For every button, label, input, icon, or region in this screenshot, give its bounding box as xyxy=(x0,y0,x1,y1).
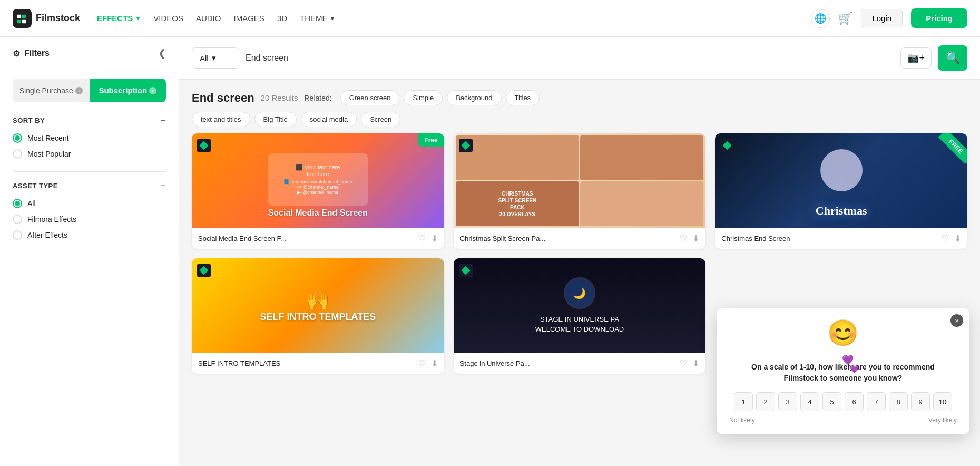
card-5[interactable]: 🌙 STAGE IN UNIVERSE PAWELCOME TO DOWNLOA… xyxy=(454,258,706,374)
card-4[interactable]: 🙌 SELF INTRO TEMPLATES SELF INTRO TEMPLA… xyxy=(192,258,444,374)
card-5-like-button[interactable]: ♡ xyxy=(680,358,687,368)
subscription-tab[interactable]: Subscription i xyxy=(90,79,166,102)
nav-effects[interactable]: EFFECTS ▼ xyxy=(97,14,141,23)
scale-4[interactable]: 4 xyxy=(800,392,819,411)
tag-social-media[interactable]: social media xyxy=(301,112,357,127)
search-submit-button[interactable]: 🔍 xyxy=(938,45,967,71)
card-2[interactable]: CHRISTMASSPLIT SCREENPACK20 OVERLAYS Chr… xyxy=(454,133,706,249)
survey-labels: Not likely Very likely xyxy=(729,416,957,424)
related-tags-row2: text and titles Big Title social media S… xyxy=(192,112,967,127)
card-4-actions: ♡ ⬇ xyxy=(418,358,438,368)
survey-popup: × 😊 💜 💜 On a scale of 1-10, how likely a… xyxy=(717,308,969,434)
tag-simple[interactable]: Simple xyxy=(404,90,443,105)
pricing-button[interactable]: Pricing xyxy=(911,8,967,28)
search-bar-area: All ▾ 📷+ 🔍 xyxy=(179,37,980,80)
nav-audio[interactable]: AUDIO xyxy=(196,14,221,23)
card-5-thumb-text: STAGE IN UNIVERSE PAWELCOME TO DOWNLOAD xyxy=(535,314,624,335)
card-3-info: Christmas End Screen ♡ ⬇ xyxy=(715,228,967,249)
card-3-actions: ♡ ⬇ xyxy=(942,234,961,244)
svg-rect-2 xyxy=(17,19,21,23)
card-3-download-button[interactable]: ⬇ xyxy=(954,234,961,244)
survey-close-button[interactable]: × xyxy=(950,314,963,327)
scale-6[interactable]: 6 xyxy=(845,392,864,411)
very-likely-label: Very likely xyxy=(928,416,957,424)
subscription-info-icon[interactable]: i xyxy=(149,87,156,94)
card-2-like-button[interactable]: ♡ xyxy=(680,234,687,244)
logo-text: Filmstock xyxy=(36,13,80,24)
most-recent-option[interactable]: Most Recent xyxy=(13,133,166,143)
card-2-download-button[interactable]: ⬇ xyxy=(692,234,699,244)
search-input-wrap xyxy=(246,53,894,63)
collapse-sidebar-button[interactable]: ❮ xyxy=(158,47,166,59)
nav-3d[interactable]: 3D xyxy=(277,14,287,23)
nav-images[interactable]: IMAGES xyxy=(233,14,264,23)
asset-type-collapse-icon[interactable]: − xyxy=(160,180,166,191)
card-4-thumbnail: 🙌 SELF INTRO TEMPLATES xyxy=(192,258,444,353)
sort-by-section-title: SORT BY − xyxy=(13,115,166,126)
card-1-actions: ♡ ⬇ xyxy=(418,234,438,244)
card-1-info: Social Media End Screen F... ♡ ⬇ xyxy=(192,228,444,249)
card-1[interactable]: Free ⬛ your text heretext here 📘 faceboo… xyxy=(192,133,444,249)
top-navigation: Filmstock EFFECTS ▼ VIDEOS AUDIO IMAGES … xyxy=(0,0,980,37)
nav-videos[interactable]: VIDEOS xyxy=(153,14,183,23)
tag-background[interactable]: Background xyxy=(447,90,501,105)
card-5-actions: ♡ ⬇ xyxy=(680,358,699,368)
nav-right-area: 🌐 🛒 Login Pricing xyxy=(811,8,967,28)
card-3[interactable]: Christmas Christmas End Screen ♡ ⬇ xyxy=(715,133,967,249)
most-recent-radio[interactable] xyxy=(13,133,22,143)
card-1-like-button[interactable]: ♡ xyxy=(418,234,426,244)
camera-search-button[interactable]: 📷+ xyxy=(900,47,932,69)
svg-rect-1 xyxy=(22,14,26,18)
scale-10[interactable]: 10 xyxy=(933,392,952,411)
single-purchase-info-icon[interactable]: i xyxy=(75,87,83,94)
scale-2[interactable]: 2 xyxy=(756,392,775,411)
most-popular-radio[interactable] xyxy=(13,149,22,159)
asset-type-section-title: ASSET TYPE − xyxy=(13,180,166,191)
card-4-thumb-text: SELF INTRO TEMPLATES xyxy=(260,312,376,322)
all-asset-radio[interactable] xyxy=(13,199,22,208)
tag-big-title[interactable]: Big Title xyxy=(254,112,297,127)
after-effects-option[interactable]: After Effects xyxy=(13,230,166,240)
most-popular-option[interactable]: Most Popular xyxy=(13,149,166,159)
language-button[interactable]: 🌐 xyxy=(811,9,830,28)
card-3-like-button[interactable]: ♡ xyxy=(942,234,949,244)
nav-links: EFFECTS ▼ VIDEOS AUDIO IMAGES 3D THEME ▼ xyxy=(97,14,335,23)
scale-7[interactable]: 7 xyxy=(867,392,886,411)
sidebar: ⚙ Filters ❮ Single Purchase i Subscripti… xyxy=(0,37,179,466)
sort-by-collapse-icon[interactable]: − xyxy=(160,115,166,126)
scale-8[interactable]: 8 xyxy=(889,392,908,411)
card-4-info: SELF INTRO TEMPLATES ♡ ⬇ xyxy=(192,353,444,374)
sidebar-divider-top xyxy=(13,70,166,70)
scale-1[interactable]: 1 xyxy=(734,392,753,411)
single-purchase-tab[interactable]: Single Purchase i xyxy=(13,79,90,102)
filmora-effects-radio[interactable] xyxy=(13,215,22,224)
card-1-download-button[interactable]: ⬇ xyxy=(431,234,438,244)
card-2-info: Christmas Split Screen Pa... ♡ ⬇ xyxy=(454,228,706,249)
search-category-dropdown[interactable]: All ▾ xyxy=(192,47,239,69)
tag-green-screen[interactable]: Green screen xyxy=(340,90,400,105)
sort-by-options: Most Recent Most Popular xyxy=(13,133,166,159)
cart-button[interactable]: 🛒 xyxy=(838,12,852,25)
filmora-effects-option[interactable]: Filmora Effects xyxy=(13,215,166,224)
search-input[interactable] xyxy=(246,53,894,63)
card-5-download-button[interactable]: ⬇ xyxy=(692,358,699,368)
all-asset-option[interactable]: All xyxy=(13,199,166,208)
card-4-title: SELF INTRO TEMPLATES xyxy=(198,360,418,367)
asset-type-section: ASSET TYPE − All Filmora Effects After E… xyxy=(13,180,166,240)
dropdown-chevron-icon: ▾ xyxy=(212,53,216,63)
after-effects-radio[interactable] xyxy=(13,230,22,240)
tag-screen[interactable]: Screen xyxy=(361,112,400,127)
tag-text-and-titles[interactable]: text and titles xyxy=(192,112,250,127)
scale-5[interactable]: 5 xyxy=(822,392,841,411)
card-1-brand-icon xyxy=(197,139,211,152)
scale-3[interactable]: 3 xyxy=(778,392,797,411)
login-button[interactable]: Login xyxy=(861,9,903,27)
scale-9[interactable]: 9 xyxy=(911,392,930,411)
tag-titles[interactable]: Titles xyxy=(506,90,540,105)
card-2-title: Christmas Split Screen Pa... xyxy=(460,235,680,242)
card-4-like-button[interactable]: ♡ xyxy=(418,358,426,368)
sidebar-header: ⚙ Filters ❮ xyxy=(13,47,166,59)
card-4-download-button[interactable]: ⬇ xyxy=(431,358,438,368)
logo[interactable]: Filmstock xyxy=(13,9,80,28)
nav-theme[interactable]: THEME ▼ xyxy=(300,14,335,23)
